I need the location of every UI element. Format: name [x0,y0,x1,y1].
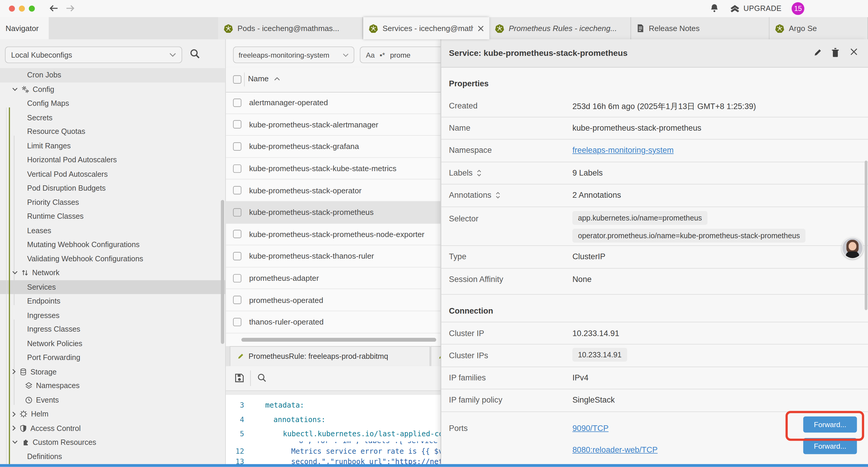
sidebar-item-ingresses[interactable]: Ingresses [0,308,226,322]
namespace-link[interactable]: freeleaps-monitoring-system [572,146,674,154]
table-row[interactable]: prometheus-operated [226,289,440,311]
table-row[interactable]: prometheus-adapter [226,267,440,289]
annotation-highlight-rect [785,411,864,441]
port-link-8080[interactable]: 8080:reloader-web/TCP [572,445,657,454]
sidebar-item-network-policies[interactable]: Network Policies [0,337,226,351]
port-link-9090[interactable]: 9090/TCP [572,424,608,432]
table-row[interactable]: kube-prometheus-stack-thanos-ruler [226,245,440,267]
table-row[interactable]: kube-prometheus-stack-prometheus-node-ex… [226,224,440,245]
row-checkbox[interactable] [233,296,241,304]
edit-pencil-icon[interactable] [813,48,823,57]
horizontal-scrollbar[interactable] [241,338,436,342]
detail-row-namespace: Namespace freeleaps-monitoring-system [441,140,868,162]
cluster-ip-chip[interactable]: 10.233.14.91 [572,348,627,362]
row-checkbox[interactable] [233,274,241,282]
upgrade-icon[interactable] [730,3,740,14]
table-row[interactable]: kube-prometheus-stack-grafana [226,136,440,157]
tab-services[interactable]: Services - icecheng@math... [363,17,489,39]
sort-updown-icon[interactable] [495,191,500,198]
row-checkbox[interactable] [233,120,241,128]
tab-prometheus-rules[interactable]: Prometheus Rules - icecheng... [489,17,631,39]
row-checkbox[interactable] [233,208,241,216]
forward-arrow-icon[interactable] [65,4,75,13]
sidebar-item-services[interactable]: Services [0,280,226,294]
sidebar-item-namespaces[interactable]: Namespaces [0,379,226,393]
sidebar-item-leases[interactable]: Leases [0,224,226,238]
back-arrow-icon[interactable] [49,4,59,13]
table-row[interactable]: alertmanager-operated [226,92,440,114]
search-icon[interactable] [189,48,200,59]
dock-tab-prometheusrule[interactable]: PrometheusRule: freeleaps-prod-rabbitmq [230,346,430,366]
row-checkbox[interactable] [233,230,241,238]
tab-navigator[interactable]: Navigator [0,17,49,39]
save-icon[interactable] [234,373,245,383]
select-all-checkbox[interactable] [233,76,241,84]
sidebar-scrollbar[interactable] [221,200,224,344]
search-icon[interactable] [257,373,267,383]
drawer-scrollbar[interactable] [865,160,867,310]
column-header-name[interactable]: Name [248,74,280,83]
sidebar-item-validating-webhook-configurations[interactable]: Validating Webhook Configurations [0,252,226,266]
sidebar-item-config-maps[interactable]: Config Maps [0,96,226,111]
list-search-input[interactable]: Aa ▪* prome [360,47,441,63]
notification-badge[interactable]: 15 [792,2,804,15]
window-minimize-button[interactable] [19,6,25,12]
detail-row-name: Name kube-prometheus-stack-prometheus [441,117,868,140]
window-close-button[interactable] [9,6,15,12]
table-row[interactable]: kube-prometheus-stack-kube-state-metrics [226,158,440,180]
sidebar-item-endpoints[interactable]: Endpoints [0,294,226,308]
detail-row-cluster-ips: Cluster IPs 10.233.14.91 [441,344,868,367]
sidebar-item-ingress-classes[interactable]: Ingress Classes [0,322,226,337]
tab-release-notes[interactable]: Release Notes [631,17,769,39]
sidebar-item-cron-jobs[interactable]: Cron Jobs [0,68,226,82]
kubeconfig-selector[interactable]: Local Kubeconfigs [5,47,182,63]
sidebar-item-mutating-webhook-configurations[interactable]: Mutating Webhook Configurations [0,238,226,252]
sidebar-item-storage[interactable]: Storage [0,365,226,379]
sidebar-item-pod-disruption-budgets[interactable]: Pod Disruption Budgets [0,181,226,195]
regex-toggle[interactable]: ▪* [380,51,385,59]
sidebar-item-horizontal-pod-autoscalers[interactable]: Horizontal Pod Autoscalers [0,153,226,167]
window-zoom-button[interactable] [29,6,35,12]
sidebar-item-helm[interactable]: Helm [0,407,226,421]
chevron-down-icon [12,87,18,91]
sidebar-item-custom-resources[interactable]: Custom Resources [0,435,226,449]
sidebar-item-resource-quotas[interactable]: Resource Quotas [0,125,226,139]
sidebar-item-runtime-classes[interactable]: Runtime Classes [0,209,226,224]
tab-pods[interactable]: Pods - icecheng@mathmas... [218,17,363,39]
kubernetes-icon [369,24,378,33]
sidebar-item-definitions[interactable]: Definitions [0,449,226,464]
table-row[interactable]: thanos-ruler-operated [226,311,440,333]
sidebar-item-secrets[interactable]: Secrets [0,111,226,125]
detail-row-annotations: Annotations 2 Annotations [441,184,868,207]
close-icon[interactable] [850,48,858,56]
row-checkbox[interactable] [233,143,241,151]
sidebar-item-port-forwarding[interactable]: Port Forwarding [0,351,226,365]
avatar[interactable] [841,237,864,259]
sort-updown-icon[interactable] [476,169,482,176]
table-row[interactable]: kube-prometheus-stack-alertmanager [226,114,440,136]
sidebar-item-priority-classes[interactable]: Priority Classes [0,195,226,209]
row-checkbox[interactable] [233,164,241,173]
sidebar-item-config[interactable]: Config [0,82,226,96]
selector-chip[interactable]: app.kubernetes.io/name=prometheus [572,211,707,225]
yaml-editor[interactable]: 3 metadata: 4 annotations: 5 kubectl.kub… [226,395,440,464]
sidebar-item-access-control[interactable]: Access Control [0,421,226,435]
selector-chip[interactable]: operator.prometheus.io/name=kube-prometh… [572,229,805,243]
trash-icon[interactable] [831,48,840,58]
sidebar-item-vertical-pod-autoscalers[interactable]: Vertical Pod Autoscalers [0,167,226,181]
tab-argo[interactable]: Argo Se [769,17,868,39]
close-icon[interactable] [478,25,484,31]
namespace-selector[interactable]: freeleaps-monitoring-system [233,47,354,63]
sidebar-item-network[interactable]: Network [0,266,226,280]
table-row-selected[interactable]: kube-prometheus-stack-prometheus [226,202,440,224]
sidebar-item-limit-ranges[interactable]: Limit Ranges [0,139,226,153]
match-case-toggle[interactable]: Aa [366,51,375,59]
sidebar-item-events[interactable]: Events [0,393,226,407]
bell-icon[interactable] [710,3,719,13]
upgrade-button[interactable]: UPGRADE [743,4,781,13]
table-row[interactable]: kube-prometheus-stack-operator [226,180,440,202]
row-checkbox[interactable] [233,318,241,326]
row-checkbox[interactable] [233,252,241,260]
row-checkbox[interactable] [233,186,241,195]
row-checkbox[interactable] [233,98,241,107]
